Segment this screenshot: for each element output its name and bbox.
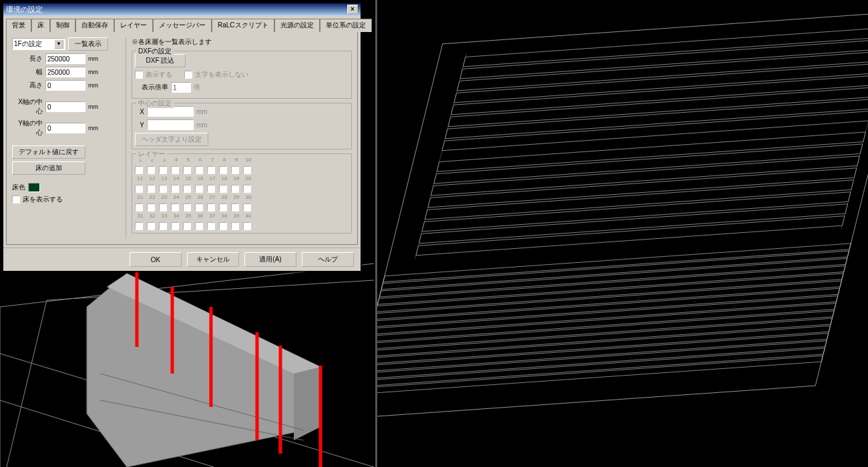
tab-background[interactable]: 背景	[6, 19, 31, 32]
layer-header: 20	[243, 175, 254, 183]
layer-header: 10	[243, 157, 254, 165]
show-floor-label: 床を表示する	[23, 195, 63, 204]
xcenter-input[interactable]	[45, 101, 85, 112]
tab-ralc-script[interactable]: RaLCスクリプト	[212, 19, 274, 32]
layer-checkbox[interactable]	[195, 203, 203, 211]
layer-checkbox[interactable]	[135, 222, 143, 230]
close-icon[interactable]: ×	[347, 5, 358, 14]
layer-header: 27	[207, 194, 218, 202]
layer-header: 40	[243, 213, 254, 221]
tab-strip: 背景 床 制御 自動保存 レイヤー メッセージバー RaLCスクリプト 光源の設…	[3, 15, 361, 31]
tab-control[interactable]: 制御	[50, 19, 75, 32]
tab-messagebar[interactable]: メッセージバー	[153, 19, 212, 32]
add-floor-button[interactable]: 床の追加	[12, 161, 85, 175]
layer-checkbox[interactable]	[195, 222, 203, 230]
layer-grid: 1234567891011121314151617181920212223242…	[135, 157, 349, 230]
chevron-down-icon[interactable]: ▼	[54, 39, 63, 49]
layer-checkbox[interactable]	[159, 185, 167, 193]
restore-default-button[interactable]: デフォルト値に戻す	[12, 145, 85, 159]
svg-rect-0	[377, 11, 868, 418]
layer-header: 37	[207, 213, 218, 221]
tab-layer[interactable]: レイヤー	[114, 19, 153, 32]
layer-checkbox[interactable]	[159, 222, 167, 230]
dialog-titlebar[interactable]: 環境の設定 ×	[3, 3, 361, 15]
layer-checkbox[interactable]	[183, 203, 191, 211]
layer-checkbox[interactable]	[171, 203, 179, 211]
layer-checkbox[interactable]	[147, 185, 155, 193]
tab-units[interactable]: 単位系の設定	[320, 19, 372, 32]
dxf-show-checkbox[interactable]	[135, 71, 143, 79]
floor-color-swatch[interactable]	[28, 183, 40, 192]
floor-select[interactable]: 1Fの設定 ▼	[12, 38, 65, 50]
svg-line-34	[841, 23, 868, 229]
center-x-label: X	[135, 108, 144, 115]
layer-checkbox[interactable]	[231, 203, 239, 211]
layer-checkbox[interactable]	[159, 203, 167, 211]
tab-floor[interactable]: 床	[31, 19, 50, 32]
svg-marker-36	[87, 274, 320, 467]
layer-checkbox[interactable]	[219, 203, 227, 211]
tab-autosave[interactable]: 自動保存	[75, 19, 114, 32]
cancel-button[interactable]: キャンセル	[187, 252, 239, 267]
layer-checkbox[interactable]	[183, 222, 191, 230]
svg-rect-16	[416, 216, 845, 256]
height-input[interactable]	[45, 80, 85, 91]
layer-checkbox[interactable]	[231, 166, 239, 174]
plan-view-canvas[interactable]	[377, 0, 868, 467]
layer-checkbox[interactable]	[231, 185, 239, 193]
layer-header: 16	[195, 175, 206, 183]
layer-checkbox[interactable]	[207, 203, 215, 211]
layer-checkbox[interactable]	[219, 222, 227, 230]
ok-button[interactable]: OK	[130, 252, 182, 267]
layer-checkbox[interactable]	[135, 166, 143, 174]
dxf-hidetext-checkbox[interactable]	[184, 71, 192, 79]
show-floor-checkbox[interactable]	[12, 195, 20, 203]
layer-checkbox[interactable]	[243, 166, 251, 174]
floor-select-value: 1Fの設定	[14, 39, 42, 49]
layer-checkbox[interactable]	[243, 203, 251, 211]
layer-checkbox[interactable]	[243, 185, 251, 193]
svg-rect-6	[448, 87, 868, 127]
layer-header: 24	[171, 194, 182, 202]
layer-checkbox[interactable]	[207, 222, 215, 230]
ycenter-input[interactable]	[45, 123, 85, 133]
layer-header: 23	[159, 194, 170, 202]
layer-checkbox[interactable]	[183, 166, 191, 174]
layer-checkbox[interactable]	[171, 166, 179, 174]
tab-light[interactable]: 光源の設定	[274, 19, 320, 32]
layer-checkbox[interactable]	[207, 185, 215, 193]
layer-checkbox[interactable]	[147, 222, 155, 230]
length-input[interactable]	[45, 53, 85, 64]
scale-unit: 倍	[194, 83, 200, 92]
layer-checkbox[interactable]	[243, 222, 251, 230]
dxf-read-button[interactable]: DXF 読込	[135, 54, 186, 67]
layer-checkbox[interactable]	[171, 222, 179, 230]
layer-checkbox[interactable]	[147, 203, 155, 211]
width-unit: mm	[88, 69, 98, 75]
layer-checkbox[interactable]	[231, 222, 239, 230]
layer-checkbox[interactable]	[135, 203, 143, 211]
layer-checkbox[interactable]	[219, 166, 227, 174]
view-splitter[interactable]	[375, 0, 377, 467]
help-button[interactable]: ヘルプ	[302, 252, 354, 267]
layer-checkbox[interactable]	[219, 185, 227, 193]
ycenter-unit: mm	[88, 125, 98, 131]
apply-button[interactable]: 適用(A)	[244, 252, 296, 267]
layer-checkbox[interactable]	[171, 185, 179, 193]
layer-checkbox[interactable]	[159, 166, 167, 174]
layer-header: 17	[207, 175, 218, 183]
layer-checkbox[interactable]	[195, 166, 203, 174]
layer-checkbox[interactable]	[135, 185, 143, 193]
height-unit: mm	[88, 82, 98, 89]
layer-checkbox[interactable]	[147, 166, 155, 174]
list-display-button[interactable]: 一覧表示	[68, 37, 108, 51]
layer-checkbox[interactable]	[207, 166, 215, 174]
scale-label: 表示倍率	[135, 83, 168, 92]
layer-header: 5	[183, 157, 194, 165]
center-y-unit: mm	[196, 121, 208, 129]
xcenter-label: X軸の中心	[12, 97, 43, 116]
width-input[interactable]	[45, 67, 85, 77]
layer-checkbox[interactable]	[183, 185, 191, 193]
layer-checkbox[interactable]	[195, 185, 203, 193]
layer-header: 30	[243, 194, 254, 202]
